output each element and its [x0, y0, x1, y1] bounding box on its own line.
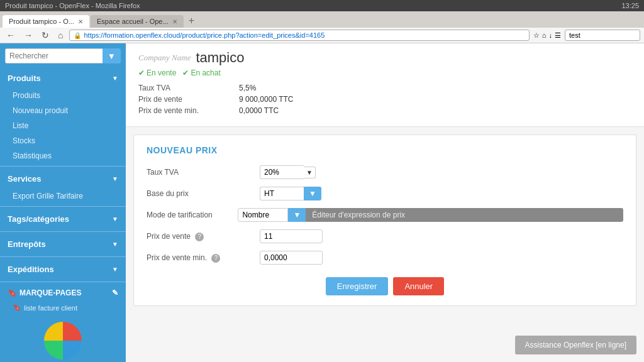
tab-2[interactable]: Espace accueil - Ope... ✕ — [91, 15, 184, 28]
product-title: tampico — [196, 50, 244, 66]
sidebar-section-expeditions-header[interactable]: Expéditions ▼ — [0, 260, 126, 279]
prix-vente-input[interactable] — [260, 229, 323, 243]
sidebar-bookmark-facture[interactable]: 🔖 liste facture client — [0, 301, 126, 314]
tab-1[interactable]: Produit tampico - O... ✕ — [3, 15, 89, 28]
product-details: Taux TVA 5,5% Prix de vente 9 000,0000 T… — [138, 84, 631, 115]
base-prix-input[interactable] — [260, 187, 304, 200]
new-tab-button[interactable]: + — [185, 14, 198, 28]
checkmark-vente-icon: ✔ — [138, 69, 145, 77]
sidebar-section-services-label: Services — [8, 174, 42, 184]
sidebar-section-produits: Produits ▼ Produits Nouveau produit List… — [0, 69, 126, 163]
url-bar[interactable]: 🔒 https://formation.openflex.cloud/produ… — [69, 30, 529, 41]
tab-2-close[interactable]: ✕ — [172, 18, 177, 25]
sidebar-logo: Openflex — [0, 314, 126, 362]
detail-prix-vente-min-label: Prix de vente min. — [138, 106, 239, 115]
bookmark-icon[interactable]: ☆ — [533, 31, 540, 40]
sidebar-item-produits[interactable]: Produits — [0, 88, 126, 103]
tab-1-close[interactable]: ✕ — [78, 18, 83, 25]
sidebar-item-statistiques[interactable]: Statistiques — [0, 148, 126, 163]
sidebar-item-export-grille[interactable]: Export Grille Tarifaire — [0, 189, 126, 204]
marque-pages-edit-icon[interactable]: ✎ — [112, 288, 118, 297]
expeditions-arrow-icon: ▼ — [112, 266, 118, 273]
editeur-expression-label: Éditeur d'expression de prix — [312, 211, 405, 219]
new-price-section: NOUVEAU PRIX Taux TVA ▼ Base du prix ▼ — [133, 134, 636, 306]
assistance-button[interactable]: Assistance Openflex [en ligne] — [515, 336, 636, 354]
detail-taux-tva-label: Taux TVA — [138, 84, 239, 92]
forward-button[interactable]: → — [21, 30, 35, 41]
form-row-prix-vente: Prix de vente ? — [147, 229, 623, 243]
browser-time: 13:25 — [621, 2, 639, 9]
main-content: Company Name tampico ✔ En vente ✔ En ach… — [126, 43, 644, 362]
title-bar: Produit tampico - OpenFlex - Mozilla Fir… — [0, 0, 644, 11]
editeur-expression-bar: Éditeur d'expression de prix — [306, 208, 623, 222]
taux-tva-input[interactable] — [260, 165, 304, 179]
product-badges: ✔ En vente ✔ En achat — [138, 69, 631, 77]
badge-en-achat: ✔ En achat — [182, 69, 220, 77]
openflex-logo-circle — [44, 322, 82, 359]
detail-prix-vente-value: 9 000,0000 TTC — [239, 95, 294, 104]
mode-tarif-dropdown-button[interactable]: ▼ — [288, 208, 306, 222]
reload-button[interactable]: ↻ — [39, 30, 52, 41]
download-icon[interactable]: ↓ — [549, 31, 553, 39]
detail-prix-vente-min: Prix de vente min. 0,0000 TTC — [138, 106, 631, 115]
sidebar-bookmark-facture-label: liste facture client — [24, 304, 77, 312]
detail-prix-vente: Prix de vente 9 000,0000 TTC — [138, 95, 631, 104]
marque-pages-label: MARQUE-PAGES — [19, 288, 81, 297]
sidebar-item-nouveau-produit[interactable]: Nouveau produit — [0, 103, 126, 118]
sidebar-item-stocks[interactable]: Stocks — [0, 133, 126, 148]
sidebar-section-produits-label: Produits — [8, 74, 41, 83]
badge-vente-label: En vente — [147, 69, 176, 77]
form-row-prix-vente-min: Prix de vente min. ? — [147, 251, 623, 265]
browser-search-input[interactable] — [565, 30, 640, 41]
produits-arrow-icon: ▼ — [112, 75, 118, 82]
sidebar-section-entrepots-header[interactable]: Entrepôts ▼ — [0, 234, 126, 254]
taux-tva-wrapper: ▼ — [260, 165, 316, 179]
sidebar-section-expeditions: Expéditions ▼ — [0, 260, 126, 279]
new-price-section-title: NOUVEAU PRIX — [147, 145, 623, 155]
home-button[interactable]: ⌂ — [55, 30, 65, 41]
prix-vente-min-input[interactable] — [260, 251, 323, 265]
form-row-base-prix: Base du prix ▼ — [147, 187, 623, 200]
form-prix-vente-label: Prix de vente ? — [147, 232, 260, 241]
form-row-taux-tva: Taux TVA ▼ — [147, 165, 623, 179]
back-button[interactable]: ← — [4, 30, 18, 41]
bookmark-icon-sidebar: 🔖 — [8, 288, 17, 297]
ssl-lock-icon: 🔒 — [74, 32, 81, 39]
prix-vente-min-help-icon[interactable]: ? — [211, 254, 220, 263]
prix-vente-help-icon[interactable]: ? — [195, 233, 204, 241]
enregistrer-button[interactable]: Enregistrer — [326, 277, 389, 295]
tab-bar: Produit tampico - O... ✕ Espace accueil … — [0, 11, 644, 28]
sidebar-search-button[interactable]: ▼ — [103, 48, 121, 63]
menu-icon[interactable]: ☰ — [555, 31, 561, 40]
sidebar-section-tags-header[interactable]: Tags/catégories ▼ — [0, 209, 126, 229]
base-prix-dropdown-button[interactable]: ▼ — [304, 187, 321, 200]
form-prix-vente-min-label: Prix de vente min. ? — [147, 253, 260, 263]
detail-taux-tva: Taux TVA 5,5% — [138, 84, 631, 92]
browser-chrome: Produit tampico - OpenFlex - Mozilla Fir… — [0, 0, 644, 43]
sidebar: ▼ Produits ▼ Produits Nouveau produit Li… — [0, 43, 126, 362]
sidebar-section-produits-header[interactable]: Produits ▼ — [0, 69, 126, 88]
base-prix-select-wrapper: ▼ — [260, 187, 321, 200]
sidebar-section-services-header[interactable]: Services ▼ — [0, 169, 126, 189]
url-text: https://formation.openflex.cloud/product… — [84, 31, 325, 39]
mode-tarif-input[interactable] — [238, 208, 288, 222]
detail-prix-vente-min-value: 0,0000 TTC — [239, 106, 279, 115]
annuler-button[interactable]: Annuler — [393, 277, 444, 295]
services-arrow-icon: ▼ — [112, 175, 118, 182]
sidebar-search-area: ▼ — [0, 43, 126, 69]
sidebar-item-liste[interactable]: Liste — [0, 118, 126, 133]
sidebar-section-tags-label: Tags/catégories — [8, 214, 69, 224]
taux-tva-dropdown-button[interactable]: ▼ — [304, 167, 316, 178]
badge-en-vente: ✔ En vente — [138, 69, 176, 77]
nav-bar: ← → ↻ ⌂ 🔒 https://formation.openflex.clo… — [0, 28, 644, 43]
home-icon2[interactable]: ⌂ — [542, 31, 547, 39]
checkmark-achat-icon: ✔ — [182, 69, 189, 77]
form-base-prix-label: Base du prix — [147, 189, 260, 198]
mode-tarif-container: ▼ Éditeur d'expression de prix — [238, 208, 623, 222]
entrepots-arrow-icon: ▼ — [112, 241, 118, 248]
app-layout: ▼ Produits ▼ Produits Nouveau produit Li… — [0, 43, 644, 362]
detail-prix-vente-label: Prix de vente — [138, 95, 239, 104]
detail-taux-tva-value: 5,5% — [239, 84, 256, 92]
sidebar-search-input[interactable] — [5, 48, 103, 63]
form-taux-tva-label: Taux TVA — [147, 168, 260, 177]
